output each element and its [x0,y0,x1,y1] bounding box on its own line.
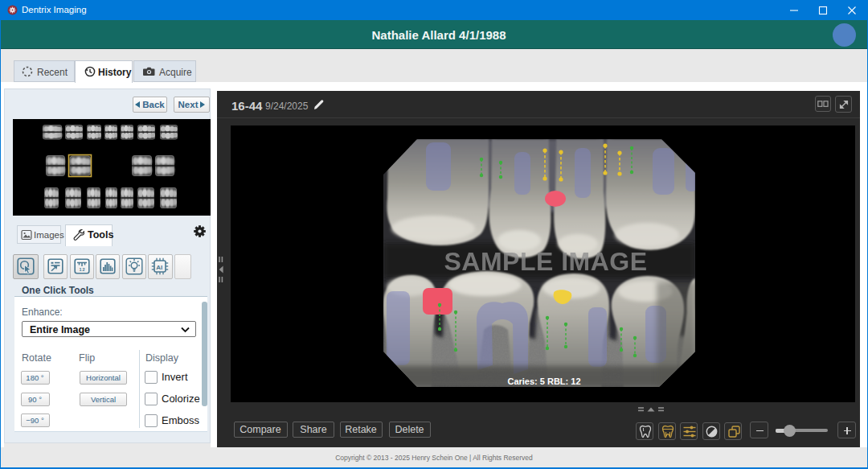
svg-text:1: 1 [79,267,81,272]
svg-text:2: 2 [82,267,84,272]
svg-text:SAMPLE IMAGE: SAMPLE IMAGE [444,247,647,276]
svg-text:AI: AI [156,264,162,271]
svg-text:Caries: 5 RBL: 12: Caries: 5 RBL: 12 [507,376,580,386]
